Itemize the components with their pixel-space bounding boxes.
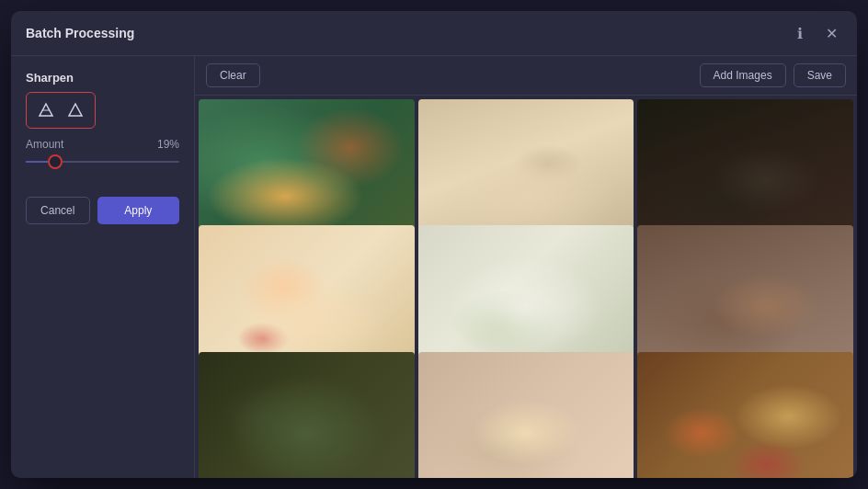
sharpen-section: Sharpen Amount [26,71,179,171]
save-button[interactable]: Save [794,63,846,87]
title-bar: Batch Processing ℹ ✕ [11,11,857,56]
action-buttons: Cancel Apply [26,197,179,224]
amount-label: Amount [26,138,63,151]
batch-processing-dialog: Batch Processing ℹ ✕ Sharpen [11,11,857,478]
image-toolbar: Clear Add Images Save [195,56,857,96]
info-icon: ℹ [797,25,803,42]
grid-image-7[interactable] [199,352,415,478]
slider-thumb[interactable] [48,154,63,169]
image-grid [195,96,857,478]
grid-image-8[interactable] [418,352,634,478]
sharpen-icon-1 [34,98,58,122]
clear-button[interactable]: Clear [206,63,260,87]
close-button[interactable]: ✕ [820,22,842,44]
dialog-title: Batch Processing [26,26,134,40]
section-title: Sharpen [26,71,179,85]
add-images-button[interactable]: Add Images [700,63,786,87]
cancel-button[interactable]: Cancel [26,197,90,224]
apply-button[interactable]: Apply [97,197,179,224]
slider-container[interactable] [26,153,179,171]
svg-marker-2 [69,104,82,116]
amount-value: 19% [157,138,179,151]
amount-row: Amount 19% [26,138,179,151]
title-actions: ℹ ✕ [789,22,842,44]
grid-image-9[interactable] [637,352,853,478]
sharpen-icon-group [26,92,96,129]
main-content: Sharpen Amount [11,56,857,478]
close-icon: ✕ [826,25,838,42]
image-area: Clear Add Images Save [195,56,857,478]
sharpen-icon-2 [63,98,87,122]
info-button[interactable]: ℹ [789,22,811,44]
sidebar: Sharpen Amount [11,56,195,478]
